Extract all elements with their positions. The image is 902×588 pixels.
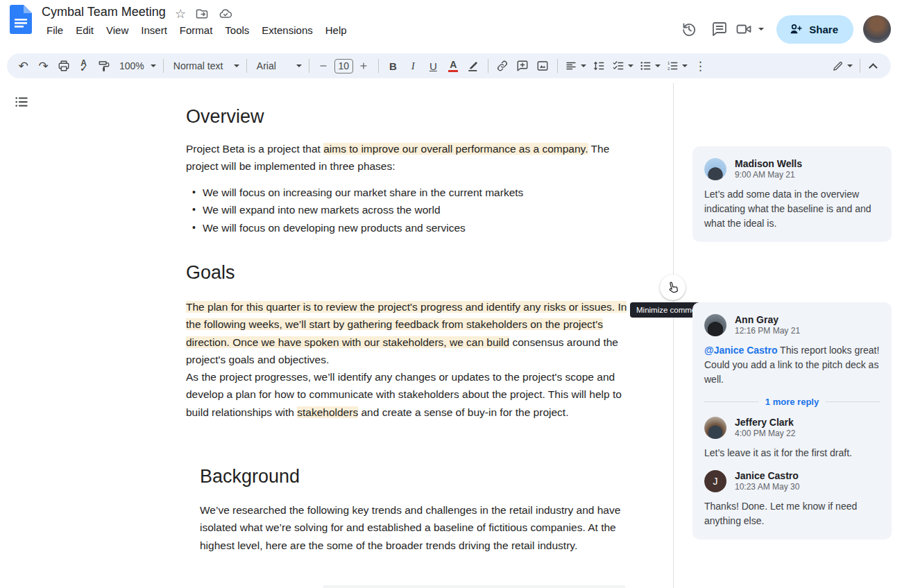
history-clock-icon bbox=[681, 21, 697, 37]
comment-timestamp: 10:23 AM May 30 bbox=[735, 482, 799, 492]
avatar-jeffery-clark bbox=[704, 417, 726, 439]
menu-item-view[interactable]: View bbox=[100, 23, 135, 37]
svg-text:1: 1 bbox=[667, 61, 670, 65]
join-call-button[interactable] bbox=[735, 21, 764, 37]
avatar-madison-wells bbox=[704, 158, 726, 180]
account-avatar[interactable] bbox=[863, 15, 891, 43]
redo-icon: ↷ bbox=[38, 60, 48, 72]
font-value: Arial bbox=[254, 60, 293, 71]
numbered-list-button[interactable]: 1 2 bbox=[664, 56, 690, 76]
heading-background: Background bbox=[200, 466, 300, 487]
redo-button[interactable]: ↷ bbox=[34, 56, 53, 76]
star-icon[interactable]: ☆ bbox=[175, 6, 186, 21]
comment-thread-ann[interactable]: Ann Gray 12:16 PM May 21 @Janice Castro … bbox=[692, 302, 892, 539]
underline-button[interactable]: U bbox=[424, 56, 443, 76]
document-outline-icon bbox=[14, 94, 29, 110]
avatar-janice-castro: J bbox=[704, 470, 726, 492]
numbered-list-icon: 1 2 bbox=[666, 60, 679, 72]
minimize-comments-button[interactable] bbox=[660, 275, 686, 300]
add-comment-button[interactable] bbox=[513, 56, 532, 76]
spellcheck-icon: A✓ bbox=[80, 60, 87, 71]
text-segment: and create a sense of buy-in for the pro… bbox=[358, 406, 568, 418]
comment-body: Let’s leave it as it for the first draft… bbox=[704, 446, 880, 460]
cloud-saved-icon[interactable] bbox=[218, 7, 233, 21]
menu-item-extensions[interactable]: Extensions bbox=[255, 23, 318, 37]
share-button-label: Share bbox=[809, 24, 838, 35]
menu-item-insert[interactable]: Insert bbox=[135, 23, 173, 37]
hand-pointer-cursor-icon bbox=[664, 279, 681, 295]
open-comments-button[interactable] bbox=[704, 15, 735, 43]
image-icon bbox=[536, 60, 549, 72]
editing-mode-button[interactable] bbox=[830, 56, 855, 76]
comment-timestamp: 12:16 PM May 21 bbox=[735, 326, 800, 336]
chevron-down-icon[interactable] bbox=[758, 28, 764, 31]
decrease-font-size-button[interactable] bbox=[314, 56, 333, 76]
paint-format-button[interactable] bbox=[94, 56, 113, 76]
highlighted-text: stakeholders bbox=[297, 406, 358, 418]
menu-item-format[interactable]: Format bbox=[173, 23, 219, 37]
svg-text:2: 2 bbox=[667, 67, 670, 71]
comment-add-icon bbox=[516, 60, 529, 72]
comment-thread-madison[interactable]: Madison Wells 9:00 AM May 21 Let’s add s… bbox=[692, 146, 892, 242]
document-title[interactable]: Cymbal Team Meeting bbox=[42, 5, 166, 19]
font-select[interactable]: Arial bbox=[252, 56, 304, 76]
plus-icon bbox=[359, 61, 368, 71]
comment-author: Ann Gray bbox=[735, 314, 800, 326]
background-paragraph: We’ve researched the following key trend… bbox=[200, 501, 633, 554]
text-color-icon: A bbox=[448, 60, 458, 72]
chevron-down-icon bbox=[682, 64, 688, 67]
print-button[interactable] bbox=[54, 56, 73, 76]
comment-bubble-icon bbox=[711, 21, 728, 37]
expand-replies-button[interactable]: 1 more reply bbox=[704, 397, 880, 407]
more-options-button[interactable]: ⋮ bbox=[691, 56, 710, 76]
mention-link[interactable]: @Janice Castro bbox=[704, 345, 777, 356]
zoom-select[interactable]: 100% bbox=[114, 56, 158, 76]
paragraph-styles-select[interactable]: Normal text bbox=[169, 56, 241, 76]
font-size-input[interactable]: 10 bbox=[334, 59, 353, 74]
move-folder-icon[interactable] bbox=[195, 7, 209, 21]
minus-icon bbox=[318, 61, 328, 71]
menu-item-edit[interactable]: Edit bbox=[69, 23, 100, 37]
insert-link-button[interactable] bbox=[493, 56, 512, 76]
comment-body: Thanks! Done. Let me know if need anythi… bbox=[704, 499, 880, 528]
comments-rail-divider bbox=[673, 83, 674, 588]
bulleted-list-button[interactable] bbox=[637, 56, 663, 76]
text-color-button[interactable]: A bbox=[444, 56, 463, 76]
styles-value: Normal text bbox=[171, 60, 230, 71]
chevron-down-icon bbox=[151, 64, 156, 67]
menu-bar: FileEditViewInsertFormatToolsExtensionsH… bbox=[40, 23, 353, 37]
share-button[interactable]: Share bbox=[776, 15, 853, 44]
italic-button[interactable]: I bbox=[404, 56, 423, 76]
more-vertical-icon: ⋮ bbox=[695, 60, 706, 72]
hide-menus-button[interactable] bbox=[865, 56, 884, 76]
undo-icon: ↶ bbox=[18, 60, 28, 72]
undo-button[interactable]: ↶ bbox=[14, 56, 33, 76]
spellcheck-button[interactable]: A✓ bbox=[74, 56, 93, 76]
more-replies-label: 1 more reply bbox=[765, 397, 819, 407]
comment-author: Madison Wells bbox=[735, 158, 802, 170]
insert-image-button[interactable] bbox=[534, 56, 552, 76]
increase-font-size-button[interactable] bbox=[355, 56, 373, 76]
menu-item-help[interactable]: Help bbox=[319, 23, 353, 37]
bullet-item-we: We will focus on developing new products… bbox=[186, 219, 636, 236]
bold-button[interactable]: B bbox=[384, 56, 402, 76]
line-spacing-button[interactable] bbox=[590, 56, 609, 76]
bullet-item-we: We will focus on increasing our market s… bbox=[186, 184, 636, 201]
menu-item-tools[interactable]: Tools bbox=[219, 23, 255, 37]
comment-timestamp: 9:00 AM May 21 bbox=[735, 170, 802, 180]
link-icon bbox=[496, 60, 509, 72]
checklist-button[interactable] bbox=[610, 56, 636, 76]
align-button[interactable] bbox=[563, 56, 588, 76]
text-segment: We’ve researched the following key trend… bbox=[200, 504, 620, 551]
menu-item-file[interactable]: File bbox=[40, 23, 69, 37]
goals-paragraph-1: The plan for this quarter is to review t… bbox=[186, 298, 636, 368]
bulleted-list-icon bbox=[639, 60, 652, 72]
docs-logo-icon[interactable] bbox=[10, 5, 32, 34]
video-camera-icon bbox=[735, 21, 753, 37]
next-element-edge bbox=[323, 585, 625, 588]
highlight-color-button[interactable] bbox=[464, 56, 483, 76]
heading-goals: Goals bbox=[186, 262, 235, 284]
version-history-button[interactable] bbox=[674, 15, 704, 43]
highlighter-icon bbox=[467, 60, 479, 72]
show-outline-button[interactable] bbox=[8, 89, 35, 115]
